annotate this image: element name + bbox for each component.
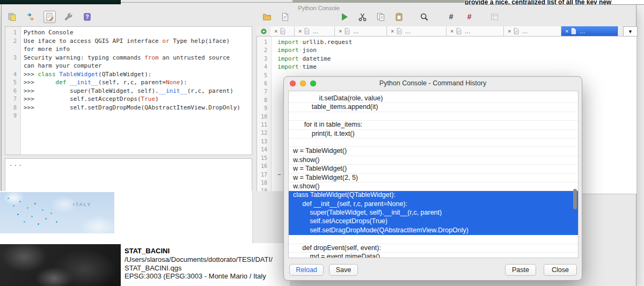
line-number: 9 <box>257 104 271 112</box>
background-browser-strip: provide a nice, centralized list of all … <box>465 0 644 5</box>
tab-close-icon[interactable]: × <box>298 28 302 34</box>
history-row[interactable]: self.setDragDropMode(QAbstractItemView.D… <box>289 226 578 235</box>
dialog-title-bar: Python Console - Command History <box>284 77 582 90</box>
line-number: 12 <box>257 129 271 137</box>
editor-tab[interactable]: ×… <box>504 26 561 36</box>
console-output: 1Python Console2Use iface to access QGIS… <box>5 27 252 155</box>
copy-icon[interactable] <box>375 11 387 23</box>
tab-label: … <box>464 28 470 34</box>
options-icon[interactable] <box>62 11 75 23</box>
history-row[interactable]: w.show() <box>289 182 578 191</box>
close-button[interactable]: Close <box>544 264 577 276</box>
console-line: 8>>> self.setDragDropMode(QAbstractItemV… <box>5 104 252 112</box>
history-rows: it.setData(role, value) table_items.appe… <box>289 94 578 258</box>
document-icon <box>280 28 286 34</box>
document-icon <box>397 28 402 34</box>
console-line: 7>>> self.setAcceptDrops(True) <box>5 95 252 104</box>
history-row[interactable]: w = TableWidget() <box>289 147 578 156</box>
history-list: it.setData(role, value) table_items.appe… <box>288 91 579 258</box>
editor-tab[interactable]: × <box>270 26 295 36</box>
tab-close-icon[interactable]: × <box>565 28 568 34</box>
console-line: 9 <box>5 112 252 120</box>
history-row[interactable] <box>289 112 578 121</box>
history-row[interactable]: def __init__(self, r,c, parent=None): <box>289 200 578 209</box>
welcome-screen: ITALY STAT_BACINI /Users/slarosa/Documen… <box>0 191 290 286</box>
project-thumbnail-satellite[interactable] <box>0 244 121 286</box>
dialog-title: Python Console - Command History <box>379 79 486 87</box>
minimize-window-button[interactable] <box>300 80 306 86</box>
new-tab-icon[interactable] <box>257 26 270 36</box>
line-number: 10 <box>257 113 271 121</box>
tab-close-icon[interactable]: × <box>391 28 394 34</box>
paste-icon[interactable] <box>393 11 405 23</box>
console-line: 4>>> class TableWidget(QTableWidget): <box>5 70 252 79</box>
line-number: 4 <box>5 70 20 79</box>
reload-button[interactable]: Reload <box>289 264 324 276</box>
editor-tab[interactable]: ×… <box>335 26 387 36</box>
history-row[interactable] <box>289 235 578 244</box>
svg-text:#: # <box>467 12 472 21</box>
console-line: 2Use iface to access QGIS API interface … <box>5 37 252 54</box>
save-button[interactable]: Save <box>329 264 358 276</box>
editor-tab[interactable]: ×… <box>561 26 618 36</box>
tab-close-icon[interactable]: × <box>339 28 342 34</box>
tab-close-icon[interactable]: × <box>274 28 277 34</box>
line-number: 16 <box>257 162 271 170</box>
history-scrollbar-thumb[interactable] <box>573 189 577 209</box>
paste-button[interactable]: Paste <box>505 264 536 276</box>
document-icon <box>514 28 519 34</box>
history-row[interactable]: md = event.mimeData() <box>289 253 578 258</box>
line-number: 1 <box>257 38 271 46</box>
comment-icon[interactable]: # <box>445 11 457 23</box>
history-row[interactable]: for it in table_items: <box>289 121 578 129</box>
project-thumbnail-map[interactable]: ITALY <box>0 192 114 233</box>
console-input-area[interactable]: ... <box>5 158 252 192</box>
uncomment-icon[interactable]: # <box>463 11 475 23</box>
project-title: STAT_BACINI <box>125 247 273 255</box>
history-row[interactable]: w.show() <box>289 156 578 165</box>
tab-close-icon[interactable]: × <box>508 28 511 34</box>
zoom-window-button[interactable] <box>310 80 316 86</box>
run-script-icon[interactable] <box>338 11 350 23</box>
history-row[interactable]: w = TableWidget(2, 5) <box>289 174 578 182</box>
cut-icon[interactable] <box>356 11 369 23</box>
history-row[interactable] <box>289 138 578 147</box>
history-row[interactable]: w = TableWidget() <box>289 165 578 173</box>
save-script-icon[interactable] <box>279 11 291 23</box>
close-window-button[interactable] <box>290 80 296 86</box>
background-browser-text: provide a nice, centralized list of all … <box>465 0 644 5</box>
line-number: 11 <box>257 121 271 129</box>
line-number: 5 <box>5 78 20 87</box>
clear-console-icon[interactable] <box>6 11 18 23</box>
recent-project-info: STAT_BACINI /Users/slarosa/Documents/dot… <box>125 247 273 281</box>
tab-close-icon[interactable]: × <box>450 28 453 34</box>
command-history-dialog: Python Console - Command History it.setD… <box>283 76 582 281</box>
editor-tab[interactable]: ×… <box>447 26 504 36</box>
line-number: 8 <box>5 104 20 112</box>
editor-tab-bar: ××…×…×…×…×…×… <box>257 26 623 36</box>
console-line: 1Python Console <box>5 28 252 37</box>
project-path-line2: STAT_BACINI.qgs <box>125 264 273 273</box>
run-command-icon[interactable] <box>25 11 37 23</box>
document-icon <box>571 28 576 34</box>
tab-label: … <box>312 28 318 34</box>
line-number: 6 <box>5 87 20 96</box>
tab-list-dropdown[interactable]: ▼ <box>623 26 638 36</box>
editor-tab[interactable]: ×… <box>295 26 335 36</box>
help-icon[interactable]: ? <box>81 11 93 23</box>
history-row[interactable]: print(it, it.text() <box>289 130 578 138</box>
line-number: 17 <box>257 171 271 179</box>
history-row[interactable]: def dropEvent(self, event): <box>289 244 578 253</box>
line-number: 3 <box>5 54 20 62</box>
open-script-icon[interactable] <box>261 11 273 23</box>
console-line: 6>>> super(TableWidget, self).__init__(r… <box>5 87 252 96</box>
history-row[interactable]: class TableWidget(QTableWidget): <box>289 191 578 200</box>
inspector-icon[interactable] <box>488 11 501 23</box>
history-row[interactable]: table_items.append(it) <box>289 103 578 112</box>
history-row[interactable]: self.setAcceptDrops(True) <box>289 217 578 226</box>
editor-tab[interactable]: ×… <box>387 26 447 36</box>
history-row[interactable]: super(TableWidget, self).__init__(r,c, p… <box>289 209 578 217</box>
find-icon[interactable] <box>418 11 430 23</box>
history-row[interactable]: it.setData(role, value) <box>289 94 578 103</box>
show-editor-icon[interactable] <box>43 11 56 23</box>
